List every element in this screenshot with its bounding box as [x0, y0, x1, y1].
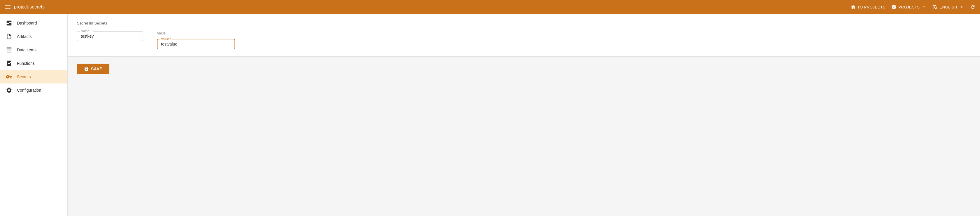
- configuration-icon: [6, 87, 12, 93]
- main-layout: Dashboard Artifacts Data items Functions…: [0, 14, 980, 216]
- header-left: project-secrets: [5, 4, 851, 10]
- name-field-wrapper: Name *: [77, 31, 143, 41]
- sidebar-item-artifacts[interactable]: Artifacts: [0, 30, 67, 43]
- name-input[interactable]: [81, 34, 139, 38]
- projects-chevron-icon: [921, 4, 927, 10]
- language-icon: [932, 4, 938, 10]
- name-field-label: Name *: [80, 29, 93, 33]
- data-items-icon: [6, 47, 12, 53]
- projects-nav[interactable]: PROJECTS: [891, 4, 927, 10]
- artifacts-icon: [6, 33, 12, 40]
- language-nav[interactable]: ENGLISH: [932, 4, 964, 10]
- value-field-label: Value *: [160, 37, 172, 41]
- value-field-wrapper: Value *: [157, 39, 235, 49]
- save-icon: [84, 67, 89, 71]
- secrets-icon: [6, 74, 12, 80]
- sidebar-label-functions: Functions: [17, 61, 35, 66]
- projects-icon: [891, 4, 897, 10]
- name-form-group: Name *: [77, 31, 143, 41]
- sidebar-item-dashboard[interactable]: Dashboard: [0, 16, 67, 30]
- breadcrumb: Secret IIII Secrets: [77, 21, 970, 26]
- sidebar-label-data-items: Data items: [17, 48, 37, 52]
- dashboard-icon: [6, 20, 12, 26]
- sidebar-item-secrets[interactable]: Secrets: [0, 70, 67, 83]
- hamburger-icon[interactable]: [5, 5, 11, 9]
- sidebar-item-data-items[interactable]: Data items: [0, 43, 67, 57]
- home-icon: [851, 4, 856, 10]
- language-chevron-icon: [959, 4, 964, 10]
- app-header: project-secrets TO PROJECTS PROJECTS ENG…: [0, 0, 980, 14]
- sidebar-label-artifacts: Artifacts: [17, 34, 32, 39]
- header-right: TO PROJECTS PROJECTS ENGLISH: [851, 4, 975, 10]
- value-form-group: Value Value *: [157, 31, 235, 49]
- form-section: Secret IIII Secrets Name * Value Value *: [68, 14, 980, 57]
- sidebar-label-secrets: Secrets: [17, 74, 30, 79]
- sidebar: Dashboard Artifacts Data items Functions…: [0, 14, 68, 216]
- app-title: project-secrets: [14, 4, 45, 10]
- functions-icon: [6, 60, 12, 67]
- sidebar-item-functions[interactable]: Functions: [0, 57, 67, 70]
- sidebar-label-configuration: Configuration: [17, 88, 41, 93]
- sidebar-item-configuration[interactable]: Configuration: [0, 83, 67, 97]
- action-section: SAVE: [68, 57, 980, 81]
- form-row: Name * Value Value *: [77, 31, 970, 49]
- save-button[interactable]: SAVE: [77, 64, 110, 74]
- refresh-button[interactable]: [970, 4, 975, 10]
- refresh-icon: [970, 4, 975, 10]
- to-projects-nav[interactable]: TO PROJECTS: [851, 4, 886, 10]
- sidebar-label-dashboard: Dashboard: [17, 21, 37, 26]
- value-section-label: Value: [157, 31, 235, 35]
- main-content: Secret IIII Secrets Name * Value Value *: [68, 14, 980, 216]
- save-button-label: SAVE: [91, 67, 102, 71]
- value-input[interactable]: [161, 42, 231, 46]
